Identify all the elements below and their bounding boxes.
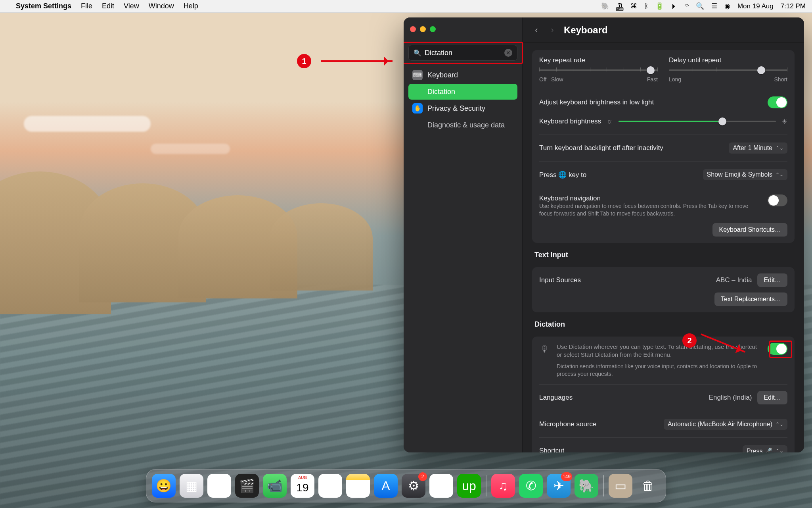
- dock-appstore[interactable]: A: [374, 474, 398, 498]
- dock-launchpad[interactable]: ▦: [180, 474, 203, 498]
- dock-music[interactable]: ♫: [491, 474, 515, 498]
- app-menu[interactable]: System Settings: [16, 2, 71, 10]
- dock-slack[interactable]: ✱: [429, 474, 453, 498]
- brightness-auto-row: Adjust keyboard brightness in low light: [539, 96, 787, 109]
- sidebar-item-dictation[interactable]: Dictation: [408, 84, 517, 100]
- backlight-off-select[interactable]: After 1 Minute⌃⌄: [729, 142, 787, 154]
- globe-key-select[interactable]: Show Emoji & Symbols⌃⌄: [703, 169, 787, 180]
- dictation-lang-value: English (India): [709, 394, 752, 402]
- dock-upwork[interactable]: up: [457, 474, 481, 498]
- dock-final-cut[interactable]: 🎬: [235, 474, 259, 498]
- globe-key-row: Press 🌐 key to Show Emoji & Symbols⌃⌄: [539, 168, 787, 181]
- content-scroll[interactable]: Key repeat rate Off Slow Fast: [523, 43, 804, 452]
- keyboard-shortcuts-button[interactable]: Keyboard Shortcuts…: [712, 223, 787, 237]
- input-sources-value: ABC – India: [716, 276, 752, 284]
- backlight-off-row: Turn keyboard backlight off after inacti…: [539, 141, 787, 155]
- menu-file[interactable]: File: [81, 2, 92, 10]
- dictation-toggle[interactable]: [768, 343, 787, 355]
- window-controls: [408, 24, 517, 40]
- wifi-icon[interactable]: ⌔: [685, 2, 689, 10]
- dictation-toggle-row: 🎙 Use Dictation wherever you can type te…: [539, 343, 787, 378]
- close-button[interactable]: [410, 26, 416, 32]
- chevron-updown-icon: ⌃⌄: [776, 172, 783, 177]
- dock-preview-doc[interactable]: ▭: [609, 474, 632, 498]
- dock-evernote[interactable]: 🐘: [575, 474, 598, 498]
- siri-icon[interactable]: ◉: [724, 2, 730, 10]
- bluetooth-icon[interactable]: ᛒ: [644, 2, 648, 10]
- spotlight-icon[interactable]: 🔍: [696, 2, 704, 10]
- keyboard-nav-toggle[interactable]: [768, 194, 787, 206]
- sidebar-item-keyboard[interactable]: ⌨ Keyboard: [408, 67, 517, 83]
- dock-finder[interactable]: 😀: [152, 474, 176, 498]
- evernote-menuextra-icon[interactable]: 🐘: [601, 2, 609, 10]
- zoom-button[interactable]: [430, 26, 436, 32]
- sidebar-item-privacy[interactable]: ✋ Privacy & Security: [408, 100, 517, 116]
- microphone-icon: 🎙: [539, 344, 550, 355]
- delay-slider[interactable]: [669, 67, 787, 74]
- battery-icon[interactable]: 🔋: [655, 2, 664, 10]
- menubar-date[interactable]: Mon 19 Aug: [737, 2, 774, 10]
- dock-whatsapp[interactable]: ✆: [519, 474, 543, 498]
- globe-key-label: Press 🌐 key to: [539, 171, 697, 179]
- wallpaper-cloud: [24, 116, 151, 132]
- brightness-slider[interactable]: [619, 118, 776, 125]
- dock-reminders[interactable]: ☶: [318, 474, 342, 498]
- dock-calendar[interactable]: AUG19: [291, 474, 314, 498]
- annotation-2-badge: 2: [682, 333, 697, 348]
- dictation-shortcut-row: Shortcut Press 🎤⌃⌄: [539, 444, 787, 452]
- forward-button[interactable]: ›: [548, 25, 557, 35]
- desktop[interactable]: 🔍 Dictation ✕ ⌨ Keyboard Dictation ✋ Pri…: [0, 13, 812, 508]
- input-sources-label: Input Sources: [539, 276, 710, 284]
- key-repeat-slider[interactable]: [539, 67, 658, 74]
- menu-edit[interactable]: Edit: [102, 2, 114, 10]
- dictation-privacy: Dictation sends information like your vo…: [557, 363, 761, 378]
- search-input[interactable]: 🔍 Dictation ✕: [408, 45, 517, 61]
- system-settings-window: 🔍 Dictation ✕ ⌨ Keyboard Dictation ✋ Pri…: [404, 17, 804, 452]
- keyboard-card: Key repeat rate Off Slow Fast: [532, 50, 795, 243]
- dock-settings[interactable]: ⚙2: [402, 474, 425, 498]
- screen-mirror-icon[interactable]: ⏵: [671, 2, 678, 10]
- dock-chrome[interactable]: ◎: [207, 474, 231, 498]
- search-wrapper: 🔍 Dictation ✕: [408, 45, 517, 61]
- dictation-lang-row: Languages English (India) Edit…: [539, 391, 787, 404]
- dock-separator: [486, 475, 486, 496]
- dock-badge: 2: [418, 472, 427, 481]
- menu-help[interactable]: Help: [184, 2, 198, 10]
- control-center-icon[interactable]: ☰: [711, 2, 717, 10]
- dictation-mic-select[interactable]: Automatic (MacBook Air Microphone)⌃⌄: [664, 419, 787, 430]
- brightness-label: Keyboard brightness: [539, 117, 601, 125]
- text-replacements-button[interactable]: Text Replacements…: [714, 292, 787, 306]
- wallpaper-cloud: [151, 144, 230, 154]
- calendar-menuextra-icon[interactable]: 🗓149: [617, 2, 623, 10]
- backlight-off-label: Turn keyboard backlight off after inacti…: [539, 144, 723, 152]
- dock-badge: 149: [561, 472, 572, 481]
- settings-sidebar: 🔍 Dictation ✕ ⌨ Keyboard Dictation ✋ Pri…: [404, 17, 523, 452]
- dock-trash[interactable]: 🗑: [636, 474, 660, 498]
- dictation-shortcut-select[interactable]: Press 🎤⌃⌄: [743, 445, 787, 452]
- brightness-auto-toggle[interactable]: [768, 96, 787, 108]
- brightness-row: Keyboard brightness ☼ ☀: [539, 115, 787, 128]
- menu-window[interactable]: Window: [149, 2, 174, 10]
- menubar-time[interactable]: 7:12 PM: [781, 2, 806, 10]
- dock: 😀▦◎🎬📹AUG19☶≣A⚙2✱up♫✆✈149🐘▭🗑: [146, 469, 666, 502]
- menubar: System Settings File Edit View Window He…: [0, 0, 812, 13]
- delay-until-repeat: Delay until repeat Long Short: [669, 56, 787, 83]
- menu-view[interactable]: View: [124, 2, 139, 10]
- settings-content: ‹ › Keyboard Key repeat rate: [523, 17, 804, 452]
- repeat-sliders: Key repeat rate Off Slow Fast: [539, 56, 787, 83]
- key-repeat-label: Key repeat rate: [539, 56, 658, 64]
- creative-cloud-icon[interactable]: ⌘: [630, 2, 637, 10]
- dock-notes[interactable]: ≣: [346, 474, 370, 498]
- dock-facetime[interactable]: 📹: [263, 474, 287, 498]
- chevron-updown-icon: ⌃⌄: [776, 146, 783, 150]
- annotation-1-badge: 1: [297, 54, 311, 68]
- dock-telegram[interactable]: ✈149: [547, 474, 571, 498]
- minimize-button[interactable]: [420, 26, 426, 32]
- dictation-title: Dictation: [532, 320, 795, 329]
- dictation-lang-edit-button[interactable]: Edit…: [757, 391, 787, 404]
- clear-search-icon[interactable]: ✕: [504, 49, 512, 57]
- sidebar-item-label: Dictation: [427, 88, 455, 96]
- back-button[interactable]: ‹: [532, 25, 541, 35]
- input-sources-edit-button[interactable]: Edit…: [757, 273, 787, 287]
- sidebar-item-diagnostic[interactable]: Diagnostic & usage data: [408, 117, 517, 133]
